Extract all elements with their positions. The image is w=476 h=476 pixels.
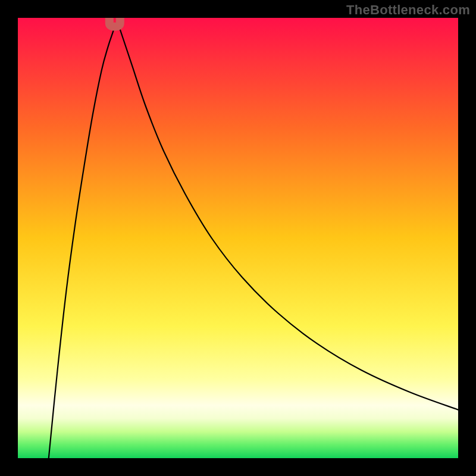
chart-stage: TheBottleneck.com [0, 0, 476, 476]
watermark-text: TheBottleneck.com [346, 2, 470, 18]
gradient-background [18, 18, 458, 458]
chart-svg [18, 18, 458, 458]
plot-area [18, 18, 458, 458]
